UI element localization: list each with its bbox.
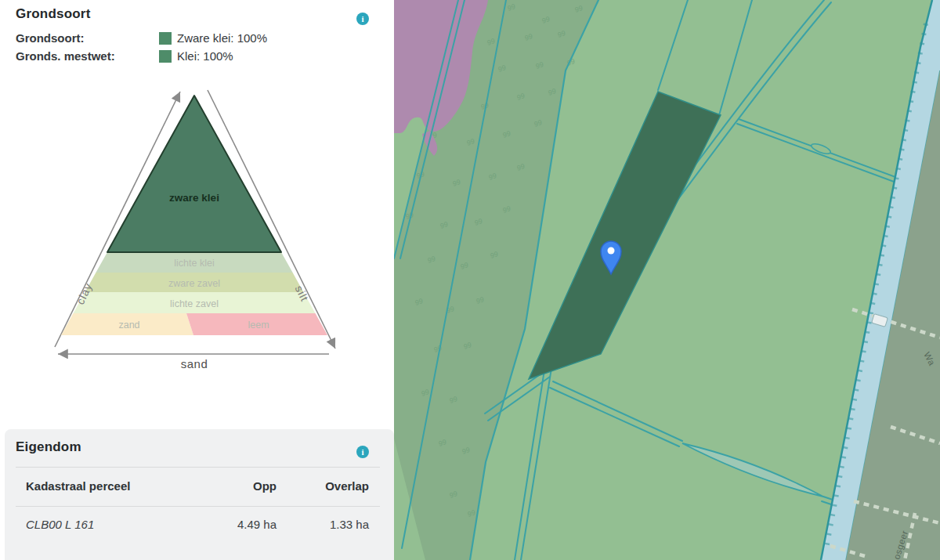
info-icon[interactable]: i: [356, 446, 369, 458]
zone-label-zware-zavel: zware zavel: [168, 278, 220, 289]
column-header-opp: Opp: [210, 479, 277, 493]
legend-swatch: [159, 50, 172, 63]
table-header-row: Kadastraal perceel Opp Overlap: [5, 479, 394, 493]
legend-swatch: [159, 32, 172, 45]
cell-perceel: CLB00 L 161: [26, 518, 210, 531]
left-sidebar: Grondsoort i Grondsoort: Zware klei: 100…: [0, 0, 394, 560]
eigendom-title: Eigendom: [16, 439, 81, 455]
zone-label-zand: zand: [118, 320, 139, 331]
zone-label-leem: leem: [248, 320, 269, 331]
zone-label-lichte-klei: lichte klei: [174, 258, 214, 269]
cell-opp: 4.49 ha: [210, 518, 277, 531]
sand-axis-label: sand: [181, 357, 208, 370]
soil-triangle-diagram: zware klei lichte klei zware zavel licht…: [0, 82, 392, 380]
pin-center-dot: [608, 247, 615, 255]
legend-value: Zware klei: 100%: [177, 31, 267, 45]
legend-label: Gronds. mestwet:: [16, 49, 115, 63]
zone-label-zware-klei: zware klei: [169, 192, 219, 204]
map-container[interactable]: 9999999999999999999999999999999999999999…: [394, 0, 940, 560]
eigendom-section: Eigendom i Kadastraal perceel Opp Overla…: [5, 429, 394, 560]
table-row[interactable]: CLB00 L 161 4.49 ha 1.33 ha: [5, 518, 394, 531]
column-header-overlap: Overlap: [277, 479, 369, 493]
zone-label-lichte-zavel: lichte zavel: [170, 298, 219, 309]
legend-row-grondsoort: Grondsoort: Zware klei: 100%: [16, 31, 384, 47]
divider: [16, 467, 380, 468]
legend-label: Grondsoort:: [16, 31, 85, 45]
grondsoort-title: Grondsoort: [16, 6, 91, 22]
app: Grondsoort i Grondsoort: Zware klei: 100…: [0, 0, 940, 560]
map-canvas[interactable]: 9999999999999999999999999999999999999999…: [394, 0, 940, 560]
info-icon[interactable]: i: [356, 13, 369, 25]
legend-row-mestwet: Gronds. mestwet: Klei: 100%: [16, 49, 384, 65]
cell-overlap: 1.33 ha: [277, 518, 369, 531]
legend-value: Klei: 100%: [177, 49, 233, 63]
column-header-perceel: Kadastraal perceel: [26, 479, 210, 493]
zone-zware-klei: [107, 96, 281, 252]
divider: [16, 506, 380, 507]
